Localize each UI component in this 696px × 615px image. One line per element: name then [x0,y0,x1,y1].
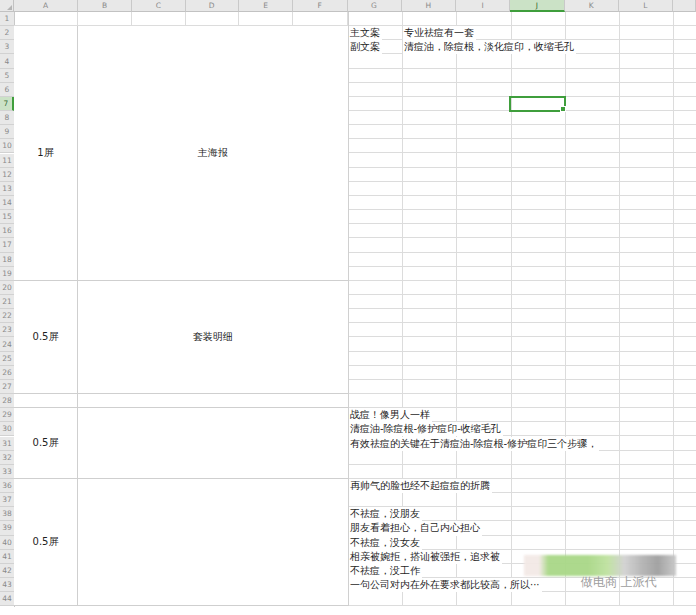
row-header-20[interactable]: 20 [0,281,14,295]
row-header-30[interactable]: 30 [0,422,14,436]
cell-G3[interactable]: 副文案 [349,40,382,54]
cell-screen-1[interactable]: 1屏 [14,26,78,281]
cell-A28[interactable] [14,394,78,408]
cell-B1[interactable] [78,12,132,25]
row-header-25[interactable]: 25 [0,352,14,366]
cell-G43[interactable]: 一句公司对内在外在要求都比较高，所以··· [349,578,542,592]
column-header-F[interactable]: F [293,0,348,12]
column-header-row: ABCDEFGHIJKL [0,0,696,12]
row-header-15[interactable]: 15 [0,210,14,224]
row-header-14[interactable]: 14 [0,196,14,210]
row-1-cells[interactable] [14,12,348,26]
selected-cell[interactable] [509,96,566,112]
cell-E1[interactable] [239,12,293,25]
row-header-4[interactable]: 4 [0,54,14,68]
watermark-text: 做电商 上派代 [581,574,657,591]
cell-G38[interactable]: 不祛痘，没朋友 [349,507,422,521]
row-header-43[interactable]: 43 [0,578,14,592]
cell-F1[interactable] [293,12,348,25]
cell-G2[interactable]: 主文案 [349,26,382,40]
row-header-41[interactable]: 41 [0,550,14,564]
cell-screen-2[interactable]: 0.5屏 [14,281,78,394]
fill-handle[interactable] [560,106,566,112]
row-header-17[interactable]: 17 [0,238,14,252]
cell-C1[interactable] [132,12,186,25]
cell-set-detail[interactable]: 套装明细 [78,281,348,394]
row-header-7[interactable]: 7 [0,97,14,111]
row-header-16[interactable]: 16 [0,224,14,238]
cell-screen-4[interactable]: 0.5屏 [14,479,78,606]
row-header-29[interactable]: 29 [0,408,14,422]
cell-G39[interactable]: 朋友看着担心，自己内心担心 [349,521,482,535]
column-header-J[interactable]: J [510,0,565,12]
cell-G36[interactable]: 再帅气的脸也经不起痘痘的折腾 [349,479,492,493]
row-header-39[interactable]: 39 [0,521,14,535]
row-header-3[interactable]: 3 [0,40,14,54]
cell-H2[interactable]: 专业祛痘有一套 [403,26,476,40]
row-header-36[interactable]: 36 [0,479,14,493]
spreadsheet: ABCDEFGHIJKL 123456789101112131415161718… [0,0,696,615]
cell-G40[interactable]: 不祛痘，没女友 [349,536,422,550]
row-header-33[interactable]: 33 [0,465,14,479]
cell-G30[interactable]: 清痘油-除痘根-修护痘印-收缩毛孔 [349,422,503,436]
row-header-column: 1234567891011121314151617181920212223242… [0,12,15,607]
row-header-37[interactable]: 37 [0,493,14,507]
row-header-5[interactable]: 5 [0,69,14,83]
row-header-19[interactable]: 19 [0,267,14,281]
cell-screen-3[interactable]: 0.5屏 [14,408,78,479]
column-header-H[interactable]: H [402,0,457,12]
row-header-18[interactable]: 18 [0,253,14,267]
row-header-32[interactable]: 32 [0,451,14,465]
cell-G42[interactable]: 不祛痘，没工作 [349,564,422,578]
column-header-B[interactable]: B [78,0,132,12]
row-header-6[interactable]: 6 [0,83,14,97]
cell-section-4-body[interactable] [78,479,348,606]
row-header-1[interactable]: 1 [0,12,14,26]
cell-G31[interactable]: 有效祛痘的关键在于清痘油-除痘根-修护痘印三个步骤， [349,437,599,451]
row-header-27[interactable]: 27 [0,380,14,394]
row-header-13[interactable]: 13 [0,182,14,196]
row-header-28[interactable]: 28 [0,394,14,408]
row-header-26[interactable]: 26 [0,366,14,380]
cell-section-3-body[interactable] [78,408,348,479]
watermark-bar [524,555,676,576]
row-header-22[interactable]: 22 [0,309,14,323]
column-header-E[interactable]: E [239,0,293,12]
row-header-23[interactable]: 23 [0,323,14,337]
row-header-31[interactable]: 31 [0,437,14,451]
cell-B28[interactable] [78,394,348,408]
column-header-C[interactable]: C [132,0,186,12]
cell-D1[interactable] [186,12,240,25]
cell-H3[interactable]: 清痘油，除痘根，淡化痘印，收缩毛孔 [403,40,576,54]
column-header-I[interactable]: I [456,0,510,12]
row-header-9[interactable]: 9 [0,125,14,139]
row-header-10[interactable]: 10 [0,139,14,153]
row-header-38[interactable]: 38 [0,507,14,521]
cell-G29[interactable]: 战痘！像男人一样 [349,408,432,422]
cell-G41[interactable]: 相亲被婉拒，搭讪被强拒，追求被 [349,550,502,564]
row-header-11[interactable]: 11 [0,154,14,168]
row-header-21[interactable]: 21 [0,295,14,309]
row-header-44[interactable]: 44 [0,592,14,606]
row-header-40[interactable]: 40 [0,536,14,550]
cell-A1[interactable] [14,12,78,25]
column-header-D[interactable]: D [186,0,240,12]
column-header-partial[interactable] [673,0,696,12]
row-header-42[interactable]: 42 [0,564,14,578]
row-header-2[interactable]: 2 [0,26,14,40]
cell-main-poster[interactable]: 主海报 [78,26,348,281]
column-header-K[interactable]: K [565,0,620,12]
row-header-24[interactable]: 24 [0,337,14,351]
row-header-12[interactable]: 12 [0,168,14,182]
column-header-L[interactable]: L [619,0,673,12]
column-header-A[interactable]: A [14,0,78,12]
column-header-G[interactable]: G [348,0,402,12]
row-header-8[interactable]: 8 [0,111,14,125]
